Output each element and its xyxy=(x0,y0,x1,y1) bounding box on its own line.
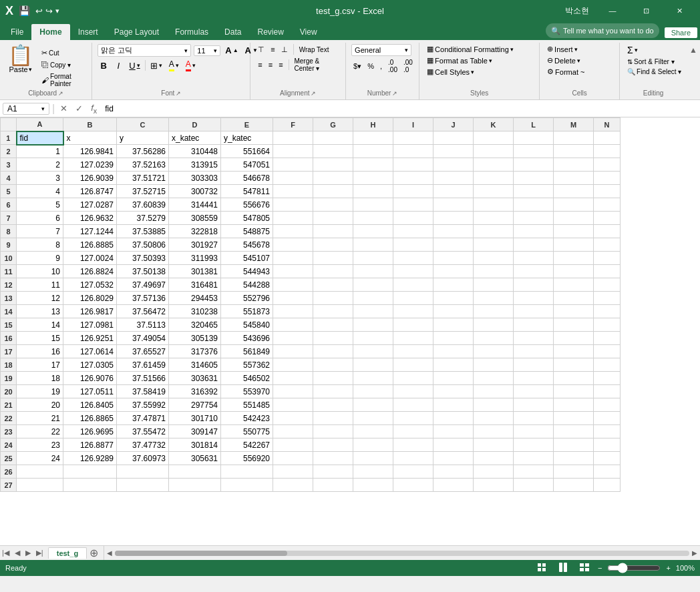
cell[interactable] xyxy=(273,372,313,385)
cell[interactable]: x xyxy=(63,131,117,145)
cell[interactable] xyxy=(63,479,117,492)
cell[interactable] xyxy=(514,198,554,212)
cell[interactable] xyxy=(594,292,621,305)
row-header[interactable]: 7 xyxy=(1,212,17,225)
share-button[interactable]: Share xyxy=(665,27,697,38)
cell[interactable]: 19 xyxy=(17,385,63,398)
cell[interactable] xyxy=(313,172,353,185)
cell[interactable] xyxy=(474,225,514,238)
cell[interactable]: 548875 xyxy=(221,225,273,238)
formula-input[interactable] xyxy=(102,104,697,113)
cell[interactable]: 550775 xyxy=(221,425,273,438)
cell[interactable] xyxy=(554,278,594,292)
find-select-button[interactable]: 🔍 Find & Select ▾ xyxy=(625,67,681,76)
cell[interactable] xyxy=(313,332,353,345)
cell[interactable]: 313915 xyxy=(169,158,221,172)
cell[interactable] xyxy=(313,479,353,492)
cell[interactable] xyxy=(313,305,353,318)
cell[interactable] xyxy=(393,145,433,158)
cell[interactable] xyxy=(433,332,474,345)
cell[interactable] xyxy=(221,465,273,479)
cell[interactable] xyxy=(393,425,433,438)
cell[interactable]: 301927 xyxy=(169,238,221,252)
cell[interactable]: 37.56472 xyxy=(117,305,169,318)
page-layout-view-button[interactable] xyxy=(555,561,571,575)
cell[interactable] xyxy=(353,158,393,172)
minimize-button[interactable]: — xyxy=(597,0,628,21)
cell[interactable]: 37.55472 xyxy=(117,425,169,438)
cell[interactable]: 127.0024 xyxy=(63,252,117,265)
cell[interactable]: 317376 xyxy=(169,345,221,358)
cell[interactable]: 23 xyxy=(17,438,63,452)
cell[interactable] xyxy=(393,158,433,172)
scroll-left-button[interactable]: ◀ xyxy=(107,549,112,557)
cell-styles-button[interactable]: ▦ Cell Styles ▾ xyxy=(425,67,534,77)
cell[interactable]: 310448 xyxy=(169,145,221,158)
row-header[interactable]: 14 xyxy=(1,305,17,318)
cell[interactable] xyxy=(514,185,554,198)
cell[interactable] xyxy=(221,479,273,492)
row-header[interactable]: 19 xyxy=(1,372,17,385)
cell[interactable]: 308559 xyxy=(169,212,221,225)
cell[interactable]: 37.49054 xyxy=(117,332,169,345)
tab-home[interactable]: Home xyxy=(31,24,69,40)
cell[interactable]: 37.52163 xyxy=(117,158,169,172)
cell[interactable] xyxy=(554,185,594,198)
cell[interactable]: 37.65527 xyxy=(117,345,169,358)
cell[interactable] xyxy=(313,185,353,198)
cell[interactable] xyxy=(474,131,514,145)
cell[interactable] xyxy=(353,452,393,465)
cell[interactable] xyxy=(273,278,313,292)
cell[interactable]: 126.9039 xyxy=(63,172,117,185)
cell[interactable] xyxy=(393,265,433,278)
cell[interactable]: 22 xyxy=(17,425,63,438)
row-header[interactable]: 10 xyxy=(1,252,17,265)
cell[interactable] xyxy=(474,358,514,372)
cell[interactable]: 18 xyxy=(17,372,63,385)
cell[interactable]: 126.8029 xyxy=(63,292,117,305)
cell[interactable]: 322818 xyxy=(169,225,221,238)
cell[interactable] xyxy=(393,131,433,145)
cell[interactable] xyxy=(313,131,353,145)
cell[interactable]: 37.60839 xyxy=(117,198,169,212)
cell[interactable] xyxy=(554,358,594,372)
cell[interactable]: 543696 xyxy=(221,332,273,345)
cell[interactable]: 547805 xyxy=(221,212,273,225)
cell[interactable] xyxy=(594,358,621,372)
cell[interactable]: 126.9695 xyxy=(63,425,117,438)
cell[interactable] xyxy=(273,332,313,345)
cell[interactable] xyxy=(433,265,474,278)
cell[interactable] xyxy=(313,212,353,225)
font-expand-icon[interactable]: ↗ xyxy=(176,90,181,97)
number-format-selector[interactable]: General ▾ xyxy=(351,44,411,56)
tab-view[interactable]: View xyxy=(292,24,325,40)
tab-insert[interactable]: Insert xyxy=(70,24,106,40)
cell[interactable] xyxy=(17,479,63,492)
cell[interactable] xyxy=(393,292,433,305)
restore-button[interactable]: ⊡ xyxy=(631,0,661,21)
ribbon-collapse-button[interactable]: ▲ xyxy=(687,43,700,99)
cell[interactable] xyxy=(514,278,554,292)
row-header[interactable]: 15 xyxy=(1,318,17,332)
cell[interactable] xyxy=(514,332,554,345)
cell[interactable] xyxy=(514,131,554,145)
redo-icon[interactable]: ↪ xyxy=(45,6,53,16)
formula-confirm-button[interactable]: ✓ xyxy=(73,103,85,113)
cell[interactable] xyxy=(433,252,474,265)
cell[interactable] xyxy=(313,238,353,252)
cell[interactable]: 311993 xyxy=(169,252,221,265)
decrease-decimal-button[interactable]: .00.0 xyxy=(401,58,415,74)
cell[interactable] xyxy=(393,412,433,425)
cell[interactable]: 316392 xyxy=(169,385,221,398)
col-header-i[interactable]: I xyxy=(393,118,433,131)
cell[interactable] xyxy=(433,305,474,318)
cell[interactable] xyxy=(474,145,514,158)
first-sheet-button[interactable]: |◀ xyxy=(0,549,11,557)
cell[interactable] xyxy=(313,398,353,412)
cell[interactable] xyxy=(313,372,353,385)
cut-button[interactable]: ✂ Cut xyxy=(39,48,88,58)
cell[interactable] xyxy=(554,238,594,252)
align-left-button[interactable]: ≡ xyxy=(256,60,264,69)
cell[interactable] xyxy=(117,465,169,479)
align-right-button[interactable]: ≡ xyxy=(277,60,285,69)
